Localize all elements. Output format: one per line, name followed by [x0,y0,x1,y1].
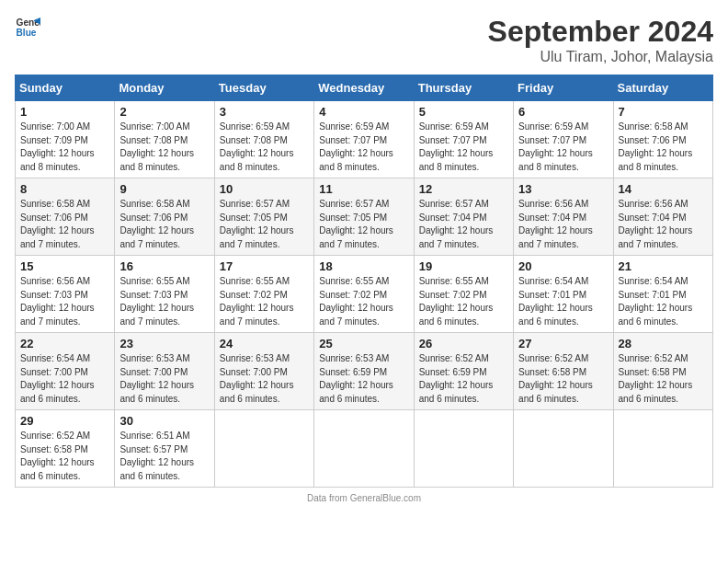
day-number: 10 [220,182,309,196]
calendar-cell: 21 Sunrise: 6:54 AMSunset: 7:01 PMDaylig… [613,256,712,333]
header-wednesday: Wednesday [314,75,414,101]
day-detail: Sunrise: 6:54 AMSunset: 7:01 PMDaylight:… [619,276,693,327]
header-friday: Friday [514,75,613,101]
day-detail: Sunrise: 6:55 AMSunset: 7:02 PMDaylight:… [419,276,494,327]
day-number: 4 [319,105,408,119]
day-detail: Sunrise: 6:53 AMSunset: 7:00 PMDaylight:… [119,353,194,404]
calendar-cell: 6 Sunrise: 6:59 AMSunset: 7:07 PMDayligh… [514,101,613,178]
day-detail: Sunrise: 6:55 AMSunset: 7:03 PMDaylight:… [119,276,194,327]
svg-text:Blue: Blue [17,28,37,38]
calendar-cell: 19 Sunrise: 6:55 AMSunset: 7:02 PMDaylig… [414,256,513,333]
day-detail: Sunrise: 6:55 AMSunset: 7:02 PMDaylight:… [220,276,294,327]
calendar-cell: 20 Sunrise: 6:54 AMSunset: 7:01 PMDaylig… [514,256,613,333]
calendar-cell: 26 Sunrise: 6:52 AMSunset: 6:59 PMDaylig… [414,333,513,410]
day-detail: Sunrise: 6:56 AMSunset: 7:03 PMDaylight:… [20,276,95,327]
day-detail: Sunrise: 7:00 AMSunset: 7:08 PMDaylight:… [119,121,194,172]
day-detail: Sunrise: 6:54 AMSunset: 7:00 PMDaylight:… [20,353,95,404]
header-row: Sunday Monday Tuesday Wednesday Thursday… [16,75,713,101]
logo: General Blue [15,15,40,40]
day-number: 6 [518,105,608,119]
location-title: Ulu Tiram, Johor, Malaysia [488,49,713,65]
day-number: 2 [119,105,209,119]
day-number: 17 [220,259,309,273]
day-number: 30 [119,414,209,428]
calendar-cell [514,410,613,488]
day-detail: Sunrise: 6:51 AMSunset: 6:57 PMDaylight:… [119,431,194,481]
calendar-cell: 17 Sunrise: 6:55 AMSunset: 7:02 PMDaylig… [214,256,313,333]
calendar-cell: 25 Sunrise: 6:53 AMSunset: 6:59 PMDaylig… [314,333,414,410]
day-number: 11 [319,182,408,196]
day-detail: Sunrise: 6:57 AMSunset: 7:05 PMDaylight:… [220,199,294,249]
day-detail: Sunrise: 6:56 AMSunset: 7:04 PMDaylight:… [518,199,593,249]
header-monday: Monday [115,75,214,101]
day-number: 1 [20,105,109,119]
calendar-cell: 8 Sunrise: 6:58 AMSunset: 7:06 PMDayligh… [16,178,115,256]
calendar-cell: 5 Sunrise: 6:59 AMSunset: 7:07 PMDayligh… [414,101,513,178]
day-number: 13 [518,182,608,196]
day-detail: Sunrise: 6:59 AMSunset: 7:08 PMDaylight:… [220,121,294,172]
calendar-row: 22 Sunrise: 6:54 AMSunset: 7:00 PMDaylig… [16,333,713,410]
day-number: 21 [619,259,708,273]
day-number: 5 [419,105,508,119]
day-number: 12 [419,182,508,196]
calendar-cell: 29 Sunrise: 6:52 AMSunset: 6:58 PMDaylig… [16,410,115,488]
day-detail: Sunrise: 6:59 AMSunset: 7:07 PMDaylight:… [518,121,593,172]
calendar-cell: 22 Sunrise: 6:54 AMSunset: 7:00 PMDaylig… [16,333,115,410]
calendar-cell: 13 Sunrise: 6:56 AMSunset: 7:04 PMDaylig… [514,178,613,256]
day-number: 27 [518,337,608,350]
calendar-cell: 9 Sunrise: 6:58 AMSunset: 7:06 PMDayligh… [115,178,214,256]
day-detail: Sunrise: 6:57 AMSunset: 7:05 PMDaylight:… [319,199,393,249]
day-detail: Sunrise: 6:52 AMSunset: 6:58 PMDaylight:… [20,431,95,481]
calendar-cell: 27 Sunrise: 6:52 AMSunset: 6:58 PMDaylig… [514,333,613,410]
day-number: 24 [220,337,309,350]
day-detail: Sunrise: 6:52 AMSunset: 6:58 PMDaylight:… [518,353,593,404]
calendar-cell: 24 Sunrise: 6:53 AMSunset: 7:00 PMDaylig… [214,333,313,410]
calendar-cell [214,410,313,488]
day-number: 9 [119,182,209,196]
calendar-row: 15 Sunrise: 6:56 AMSunset: 7:03 PMDaylig… [16,256,713,333]
day-detail: Sunrise: 6:53 AMSunset: 7:00 PMDaylight:… [220,353,294,404]
calendar-cell: 23 Sunrise: 6:53 AMSunset: 7:00 PMDaylig… [115,333,214,410]
day-number: 16 [119,259,209,273]
day-detail: Sunrise: 7:00 AMSunset: 7:09 PMDaylight:… [20,121,95,172]
calendar-cell [414,410,513,488]
calendar-row: 29 Sunrise: 6:52 AMSunset: 6:58 PMDaylig… [16,410,713,488]
day-number: 28 [619,337,708,350]
calendar-cell [613,410,712,488]
day-number: 7 [619,105,708,119]
day-detail: Sunrise: 6:59 AMSunset: 7:07 PMDaylight:… [419,121,494,172]
calendar-cell: 30 Sunrise: 6:51 AMSunset: 6:57 PMDaylig… [115,410,214,488]
calendar-cell: 4 Sunrise: 6:59 AMSunset: 7:07 PMDayligh… [314,101,414,178]
calendar-table: Sunday Monday Tuesday Wednesday Thursday… [15,75,713,488]
day-number: 20 [518,259,608,273]
title-area: September 2024 Ulu Tiram, Johor, Malaysi… [488,15,713,65]
month-title: September 2024 [488,15,713,49]
calendar-cell: 10 Sunrise: 6:57 AMSunset: 7:05 PMDaylig… [214,178,313,256]
calendar-cell [314,410,414,488]
day-detail: Sunrise: 6:59 AMSunset: 7:07 PMDaylight:… [319,121,393,172]
header-saturday: Saturday [613,75,712,101]
day-number: 8 [20,182,109,196]
calendar-cell: 7 Sunrise: 6:58 AMSunset: 7:06 PMDayligh… [613,101,712,178]
day-detail: Sunrise: 6:58 AMSunset: 7:06 PMDaylight:… [20,199,95,249]
day-number: 25 [319,337,408,350]
calendar-cell: 3 Sunrise: 6:59 AMSunset: 7:08 PMDayligh… [214,101,313,178]
calendar-cell: 1 Sunrise: 7:00 AMSunset: 7:09 PMDayligh… [16,101,115,178]
day-number: 26 [419,337,508,350]
day-number: 15 [20,259,109,273]
day-detail: Sunrise: 6:56 AMSunset: 7:04 PMDaylight:… [619,199,693,249]
calendar-cell: 12 Sunrise: 6:57 AMSunset: 7:04 PMDaylig… [414,178,513,256]
day-detail: Sunrise: 6:58 AMSunset: 7:06 PMDaylight:… [119,199,194,249]
calendar-row: 1 Sunrise: 7:00 AMSunset: 7:09 PMDayligh… [16,101,713,178]
calendar-cell: 16 Sunrise: 6:55 AMSunset: 7:03 PMDaylig… [115,256,214,333]
day-detail: Sunrise: 6:58 AMSunset: 7:06 PMDaylight:… [619,121,693,172]
day-detail: Sunrise: 6:53 AMSunset: 6:59 PMDaylight:… [319,353,393,404]
day-number: 14 [619,182,708,196]
calendar-cell: 11 Sunrise: 6:57 AMSunset: 7:05 PMDaylig… [314,178,414,256]
day-detail: Sunrise: 6:52 AMSunset: 6:58 PMDaylight:… [619,353,693,404]
day-number: 3 [220,105,309,119]
day-detail: Sunrise: 6:54 AMSunset: 7:01 PMDaylight:… [518,276,593,327]
calendar-cell: 15 Sunrise: 6:56 AMSunset: 7:03 PMDaylig… [16,256,115,333]
day-number: 18 [319,259,408,273]
day-number: 23 [119,337,209,350]
